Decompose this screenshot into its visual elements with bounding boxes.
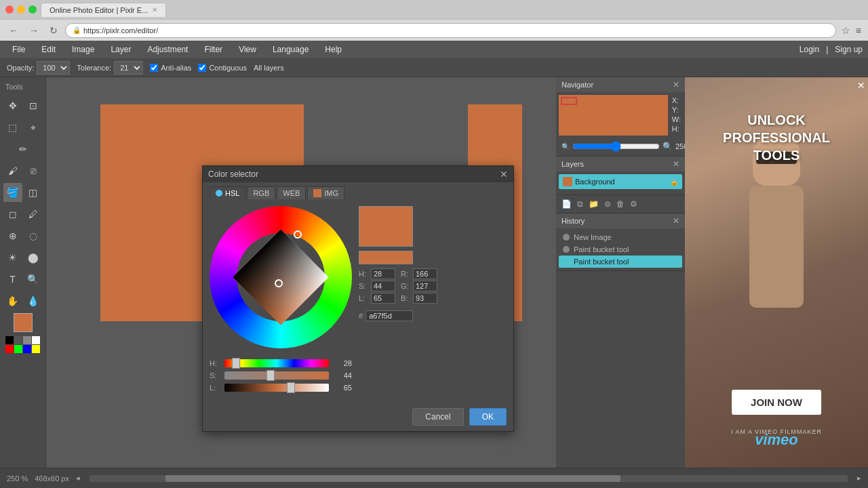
g-input[interactable] <box>413 281 437 291</box>
browser-tab[interactable]: Online Photo Editor | Pixlr E... ✕ <box>41 3 166 17</box>
select-tool-btn[interactable]: ⬚ <box>3 118 22 137</box>
close-window-btn[interactable] <box>5 5 14 14</box>
layer-name: Background <box>575 178 615 186</box>
new-layer-btn[interactable]: 📄 <box>560 198 573 210</box>
move-tool-btn[interactable]: ✥ <box>3 96 22 115</box>
menu-filter[interactable]: Filter <box>197 43 229 56</box>
layer-background[interactable]: Background 🔒 <box>559 174 682 189</box>
sponge-tool-btn[interactable]: ⬤ <box>24 248 43 267</box>
gradient-tool-btn[interactable]: ◫ <box>24 183 43 202</box>
tab-hsl[interactable]: HSL <box>210 186 245 199</box>
contiguous-checkbox[interactable] <box>198 64 206 72</box>
dodge-tool-btn[interactable]: ☀ <box>3 248 22 267</box>
tolerance-select[interactable]: 21 <box>114 61 143 75</box>
duplicate-layer-btn[interactable]: ⧉ <box>576 198 585 210</box>
clone-tool-btn[interactable]: ⊕ <box>3 226 22 245</box>
swatch-gray[interactable] <box>23 336 31 344</box>
scrollbar-track[interactable] <box>90 475 848 482</box>
scroll-right-arrow[interactable]: ▸ <box>857 474 861 483</box>
zoom-slider[interactable] <box>572 141 660 152</box>
dialog-close-btn[interactable]: ✕ <box>500 169 508 180</box>
b-input[interactable] <box>413 293 437 304</box>
menu-image[interactable]: Image <box>65 43 101 56</box>
back-btn[interactable]: ← <box>5 24 22 37</box>
forward-btn[interactable]: → <box>26 24 42 37</box>
swatch-white[interactable] <box>32 336 40 344</box>
history-close-btn[interactable]: ✕ <box>673 216 679 226</box>
minimize-window-btn[interactable] <box>17 5 25 14</box>
fill-tool-btn[interactable]: 🪣 <box>3 183 22 202</box>
dropper-tool-btn[interactable]: 💧 <box>24 291 43 310</box>
menu-view[interactable]: View <box>232 43 263 56</box>
tab-close-btn[interactable]: ✕ <box>152 6 157 14</box>
h-input[interactable] <box>371 268 395 279</box>
foreground-color-btn[interactable] <box>14 313 33 332</box>
ok-button[interactable]: OK <box>469 408 507 426</box>
h-slider[interactable] <box>224 359 329 367</box>
color-wheel[interactable] <box>210 206 352 348</box>
settings-layer-btn[interactable]: ⚙ <box>629 198 639 210</box>
tab-img[interactable]: IMG <box>307 186 344 199</box>
swatch-darkgray[interactable] <box>14 336 22 344</box>
ad-join-btn[interactable]: JOIN NOW <box>732 390 821 415</box>
menu-edit[interactable]: Edit <box>35 43 62 56</box>
group-layer-btn[interactable]: 📁 <box>587 198 600 210</box>
anti-alias-checkbox[interactable] <box>150 64 158 72</box>
shape-tool-btn[interactable]: ◻ <box>3 205 22 224</box>
browser-titlebar: Online Photo Editor | Pixlr E... ✕ <box>0 0 868 19</box>
history-item-0[interactable]: New Image <box>559 231 682 243</box>
swatch-green[interactable] <box>14 345 22 353</box>
s-input[interactable] <box>371 281 395 291</box>
s-slider[interactable] <box>224 371 329 380</box>
tab-web[interactable]: WEB <box>277 186 306 199</box>
menu-icon[interactable]: ≡ <box>854 24 863 37</box>
scroll-left-arrow[interactable]: ◂ <box>76 474 80 483</box>
lasso-tool-btn[interactable]: ⌖ <box>24 118 43 137</box>
x-coord-row: X: <box>672 96 681 104</box>
swatch-yellow[interactable] <box>32 345 40 353</box>
refresh-btn[interactable]: ↻ <box>46 24 61 37</box>
opacity-control: Opacity: 100 <box>7 61 70 75</box>
menu-adjustment[interactable]: Adjustment <box>140 43 195 56</box>
r-input[interactable] <box>413 268 437 279</box>
layers-close-btn[interactable]: ✕ <box>673 159 679 169</box>
menu-language[interactable]: Language <box>266 43 315 56</box>
swatch-red[interactable] <box>5 345 14 353</box>
navigator-close-btn[interactable]: ✕ <box>673 80 679 89</box>
canvas-area[interactable]: Color selector ✕ HSL RGB WEB IMG <box>46 77 556 488</box>
menu-help[interactable]: Help <box>318 43 349 56</box>
contiguous-control[interactable]: Contiguous <box>198 64 247 72</box>
hex-input[interactable] <box>366 310 413 321</box>
menu-layer[interactable]: Layer <box>104 43 138 56</box>
brush-tool-btn[interactable]: 🖌 <box>3 161 22 180</box>
cancel-button[interactable]: Cancel <box>412 408 463 426</box>
ad-close-btn[interactable]: ✕ <box>857 80 865 91</box>
eraser-tool-btn[interactable]: ⎚ <box>24 161 43 180</box>
url-bar[interactable]: 🔒 https://pixlr.com/editor/ <box>65 23 836 38</box>
login-link[interactable]: Login <box>800 45 819 54</box>
all-layers-control[interactable]: All layers <box>254 64 284 72</box>
text-tool-btn[interactable]: T <box>3 270 22 289</box>
pencil-tool-btn[interactable]: ✏ <box>14 140 33 159</box>
blur-tool-btn[interactable]: ◌ <box>24 226 43 245</box>
signup-link[interactable]: Sign up <box>835 45 863 54</box>
l-slider[interactable] <box>224 384 329 392</box>
menu-file[interactable]: File <box>5 43 32 56</box>
pen-tool-btn[interactable]: 🖊 <box>24 205 43 224</box>
opacity-select[interactable]: 100 <box>37 61 70 75</box>
swatch-black[interactable] <box>5 336 14 344</box>
copy-layer-btn[interactable]: ⊚ <box>603 198 612 210</box>
tab-rgb[interactable]: RGB <box>247 186 275 199</box>
history-item-1[interactable]: Paint bucket tool <box>559 243 682 256</box>
swatch-blue[interactable] <box>23 345 31 353</box>
scrollbar-thumb[interactable] <box>165 475 620 482</box>
history-item-2[interactable]: Paint bucket tool <box>559 256 682 268</box>
delete-layer-btn[interactable]: 🗑 <box>615 198 626 210</box>
zoom-tool-btn[interactable]: 🔍 <box>24 270 43 289</box>
bookmark-icon[interactable]: ☆ <box>840 24 852 37</box>
l-input[interactable] <box>371 293 395 304</box>
anti-alias-control[interactable]: Anti-alias <box>150 64 191 72</box>
hand-tool-btn[interactable]: ✋ <box>3 291 22 310</box>
crop-tool-btn[interactable]: ⊡ <box>24 96 43 115</box>
maximize-window-btn[interactable] <box>28 5 37 14</box>
